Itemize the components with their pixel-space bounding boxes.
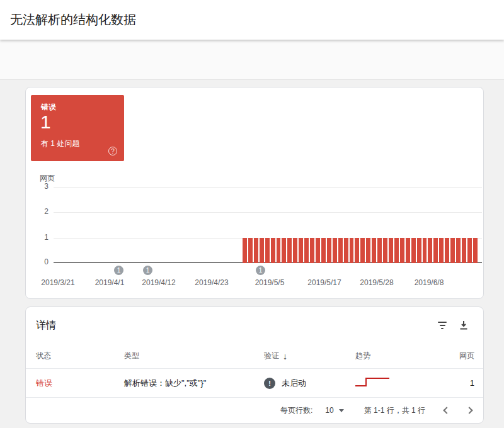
bar — [333, 238, 337, 263]
pagination-range: 第 1-1 行，共 1 行 — [364, 405, 425, 416]
bar — [338, 238, 343, 263]
rows-per-page-label: 每页行数: — [280, 405, 312, 416]
toolbar-band — [0, 40, 504, 80]
next-page-button[interactable] — [466, 407, 472, 414]
chevron-down-icon[interactable] — [339, 409, 344, 412]
column-header-validation[interactable]: 验证 ↓ — [264, 351, 355, 361]
bar-series — [243, 238, 478, 263]
bar — [350, 238, 354, 263]
bar — [439, 238, 444, 263]
bar — [377, 238, 382, 263]
bar — [394, 238, 399, 263]
page-header: 无法解析的结构化数据 — [0, 0, 504, 40]
bar — [462, 238, 466, 263]
bar — [310, 238, 314, 263]
x-tick-label: 2019/4/23 — [195, 278, 228, 287]
axis-annotation-marker[interactable]: 1 — [143, 266, 152, 275]
bar — [456, 238, 461, 263]
y-tick: 2 — [26, 207, 49, 216]
bar — [389, 238, 393, 263]
page-title: 无法解析的结构化数据 — [10, 11, 136, 28]
bar — [277, 238, 281, 263]
bar — [304, 238, 309, 263]
bar — [265, 238, 270, 263]
column-header-pages: 网页 — [437, 351, 474, 361]
gridline — [54, 212, 482, 213]
axis-annotation-marker[interactable]: 1 — [114, 266, 123, 275]
x-tick-label: 2019/5/17 — [307, 278, 341, 287]
gridline — [54, 187, 482, 188]
bar — [445, 238, 449, 263]
error-count: 1 — [40, 111, 51, 133]
bar — [321, 238, 326, 263]
error-summary-subtext: 有 1 处问题 — [41, 138, 79, 149]
x-tick-label: 2019/6/8 — [415, 278, 444, 287]
bar — [473, 238, 478, 263]
y-tick: 0 — [26, 257, 49, 266]
column-header-trend: 趋势 — [355, 351, 437, 361]
bar — [366, 238, 370, 263]
y-tick: 3 — [26, 182, 49, 191]
bar — [299, 238, 303, 263]
bar — [344, 238, 348, 263]
download-icon — [459, 320, 469, 330]
download-button[interactable] — [453, 315, 474, 336]
column-header-type: 类型 — [124, 351, 264, 361]
bar — [450, 238, 455, 263]
filter-icon — [438, 322, 447, 329]
table-row[interactable]: 错误 解析错误：缺少","或"}" ! 未启动 1 — [26, 369, 483, 398]
filter-button[interactable] — [432, 315, 453, 336]
row-pages: 1 — [437, 378, 474, 388]
bar — [423, 238, 427, 263]
row-type: 解析错误：缺少","或"}" — [124, 378, 264, 389]
y-tick: 1 — [26, 233, 49, 242]
row-validation: ! 未启动 — [264, 378, 355, 389]
sort-descending-icon: ↓ — [283, 351, 287, 361]
bar — [327, 238, 331, 263]
row-status: 错误 — [36, 378, 124, 389]
exclamation-circle-icon: ! — [264, 378, 275, 389]
row-validation-label: 未启动 — [282, 378, 306, 389]
bar — [260, 238, 264, 263]
bar — [433, 238, 438, 263]
bar — [316, 238, 320, 263]
bar — [287, 238, 292, 263]
bar — [282, 238, 286, 263]
column-header-status: 状态 — [36, 351, 124, 361]
x-tick-label: 2019/3/21 — [41, 278, 74, 287]
help-icon[interactable]: ? — [108, 147, 117, 155]
bar — [417, 238, 421, 263]
bar — [383, 238, 387, 263]
previous-page-button[interactable] — [443, 407, 450, 414]
bar — [406, 238, 410, 263]
bar — [243, 238, 247, 263]
bar — [467, 238, 472, 263]
bar — [254, 238, 258, 263]
row-trend — [355, 377, 437, 389]
pagination-bar: 每页行数: 10 第 1-1 行，共 1 行 — [26, 398, 483, 423]
x-tick-label: 2019/4/1 — [95, 278, 125, 287]
x-tick-label: 2019/4/12 — [142, 278, 175, 287]
rows-per-page-value[interactable]: 10 — [325, 406, 333, 415]
bar — [428, 238, 432, 263]
bar — [400, 238, 404, 263]
error-summary-card[interactable]: 错误 1 有 1 处问题 ? — [31, 95, 124, 161]
details-header: 详情 — [26, 307, 483, 344]
details-title: 详情 — [36, 319, 432, 332]
axis-annotation-marker[interactable]: 1 — [256, 266, 265, 275]
bar — [372, 238, 376, 263]
table-header-row: 状态 类型 验证 ↓ 趋势 网页 — [26, 344, 483, 369]
chart-card: 错误 1 有 1 处问题 ? 网页 3 2 1 0 1 1 1 2019/3/2… — [25, 87, 484, 299]
bar — [271, 238, 275, 263]
x-tick-label: 2019/5/28 — [360, 278, 393, 287]
bar — [411, 238, 416, 263]
bar — [360, 238, 365, 263]
x-tick-label: 2019/5/5 — [255, 278, 285, 287]
bar — [355, 238, 359, 263]
trend-sparkline-icon — [355, 377, 389, 387]
bar — [248, 238, 253, 263]
details-card: 详情 状态 类型 验证 ↓ 趋势 网页 错误 解析错误：缺少","或"}" ! … — [25, 307, 484, 424]
bar — [293, 238, 297, 263]
